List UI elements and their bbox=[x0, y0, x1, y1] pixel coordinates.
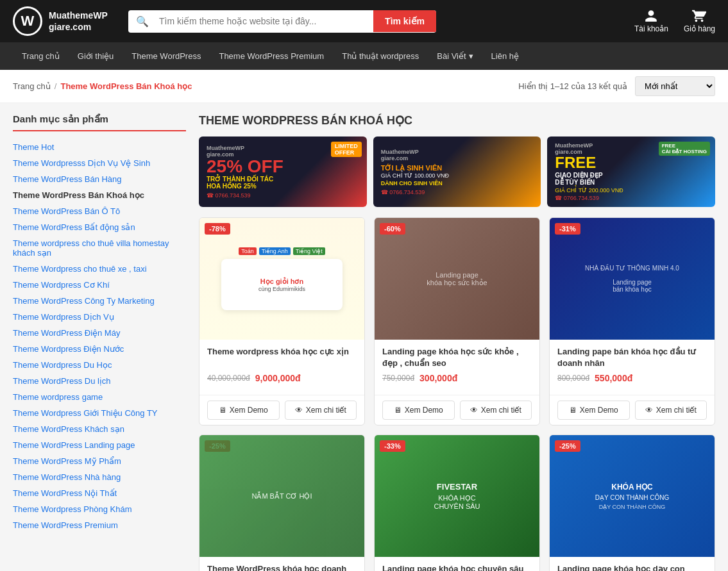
price-sale-2: 300,000đ bbox=[419, 373, 457, 383]
sidebar-item-co-khi[interactable]: Theme Wordpress Cơ Khí bbox=[13, 277, 186, 293]
breadcrumb: Trang chủ / Theme WordPress Bán Khoá học bbox=[13, 81, 192, 91]
price-original-1: 40,000,000đ bbox=[207, 374, 250, 383]
nav-item-theme-premium[interactable]: Theme WordPress Premium bbox=[210, 42, 333, 70]
sort-select[interactable]: Mới nhất Phổ biến nhất Giá tăng dần Giá … bbox=[635, 76, 715, 96]
search-input[interactable] bbox=[157, 11, 373, 31]
search-button[interactable]: Tìm kiếm bbox=[373, 10, 436, 32]
sidebar-item-ban-khoa-hoc[interactable]: Theme WordPress Bán Khoá học bbox=[13, 187, 186, 203]
sidebar-item-du-lich[interactable]: Theme WordPress Du lịch bbox=[13, 373, 186, 389]
product-title-3: Landing pape bán khóa học đầu tư doanh n… bbox=[557, 346, 707, 369]
sidebar-item-du-hoc[interactable]: Theme Wordpress Du Học bbox=[13, 357, 186, 373]
sidebar-item-cong-ty-marketing[interactable]: Theme WordPress Công Ty Marketing bbox=[13, 293, 186, 309]
cart-label: Giỏ hàng bbox=[684, 24, 715, 33]
products-area: THEME WORDPRESS BÁN KHOÁ HỌC LIMITEDOFFE… bbox=[199, 113, 715, 571]
product-info-1: Theme wordpress khóa học cực xịn 40,000,… bbox=[199, 340, 364, 395]
sidebar-item-theme-hot[interactable]: Theme Hot bbox=[13, 139, 186, 155]
sidebar-item-dien-nuoc[interactable]: Theme Wordpress Điện Nước bbox=[13, 341, 186, 357]
nav-item-theme-wp[interactable]: Theme WordPress bbox=[123, 42, 210, 70]
product-card-3: -31% NHÀ ĐẦU TƯ THÔNG MINH 4.0Landing pa… bbox=[549, 217, 715, 426]
header-actions: Tài khoản Giỏ hàng bbox=[634, 9, 715, 33]
main-content: Danh mục sản phẩm Theme Hot Theme Wordpr… bbox=[0, 103, 728, 571]
sidebar-item-game[interactable]: Theme wordpress game bbox=[13, 389, 186, 405]
product-card-6: -25% KHÓA HỌC DẠY CON THÀNH CÔNG DẠY CON… bbox=[549, 434, 715, 571]
products-grid: -78% Toán Tiếng Anh Tiếng Việt Học giỏi … bbox=[199, 217, 715, 571]
product-img-5: -33% FIVESTAR KHÓA HỌCCHUYÊN SÂU bbox=[375, 435, 539, 557]
product-actions-3: 🖥 Xem Demo 👁 Xem chi tiết bbox=[550, 395, 715, 425]
discount-badge-2: -60% bbox=[380, 223, 405, 235]
demo-btn-3[interactable]: 🖥 Xem Demo bbox=[557, 401, 630, 420]
detail-btn-1[interactable]: 👁 Xem chi tiết bbox=[285, 401, 357, 420]
sidebar-list: Theme Hot Theme Wordpresss Dịch Vụ Vệ Si… bbox=[13, 139, 186, 533]
banner-2-tag: TỚI LÀ SINH VIÊN bbox=[381, 164, 534, 172]
product-info-5: Landing page khóa học chuyên sâu chuẩn s… bbox=[375, 557, 539, 571]
product-card-1: -78% Toán Tiếng Anh Tiếng Việt Học giỏi … bbox=[199, 217, 365, 426]
category-title: THEME WORDPRESS BÁN KHOÁ HỌC bbox=[199, 113, 715, 128]
sidebar-item-cho-thue-xe[interactable]: Theme Wordpress cho thuê xe , taxi bbox=[13, 261, 186, 277]
detail-btn-3[interactable]: 👁 Xem chi tiết bbox=[635, 401, 707, 420]
breadcrumb-sep: / bbox=[55, 81, 57, 91]
discount-badge-5: -33% bbox=[380, 440, 405, 452]
sidebar: Danh mục sản phẩm Theme Hot Theme Wordpr… bbox=[13, 113, 186, 571]
banner-2-logo: MuathemeWPgiare.com bbox=[381, 149, 534, 161]
logo[interactable]: W MuathemeWPgiare.com bbox=[13, 6, 115, 36]
sidebar-item-gioi-thieu-cong-ty[interactable]: Theme Wordpress Giới Thiệu Công TY bbox=[13, 405, 186, 421]
product-img-2: -60% Landing pagekhóa học sức khỏe bbox=[375, 218, 539, 340]
demo-btn-2[interactable]: 🖥 Xem Demo bbox=[382, 401, 455, 420]
banners-row: LIMITEDOFFER MuathemeWPgiare.com 25% OFF… bbox=[199, 137, 715, 207]
sidebar-item-landing-page[interactable]: Theme WordPress Landing page bbox=[13, 437, 186, 453]
price-original-2: 750,000đ bbox=[382, 374, 414, 383]
banner-2-price: GIÁ CHỈ TỪ 100.000 VNĐ bbox=[381, 172, 534, 179]
product-card-2: -60% Landing pagekhóa học sức khỏe Landi… bbox=[374, 217, 540, 426]
product-card-4: -25% NẮM BẮT CƠ HỘI Theme WordPress khóa… bbox=[199, 434, 365, 571]
logo-text: MuathemeWPgiare.com bbox=[49, 10, 108, 33]
sidebar-item-dich-vu[interactable]: Theme Wordpress Dịch Vụ bbox=[13, 309, 186, 325]
sidebar-item-dien-may[interactable]: Theme WordPress Điện Máy bbox=[13, 325, 186, 341]
nav-item-baiviet[interactable]: Bài Viết ▾ bbox=[428, 42, 482, 70]
product-info-6: Landing page khóa học dạy con thành công… bbox=[550, 557, 715, 571]
nav-item-trangchu[interactable]: Trang chủ bbox=[13, 42, 69, 70]
nav-item-gioithieu[interactable]: Giới thiệu bbox=[69, 42, 123, 70]
nav-item-lienhe[interactable]: Liên hệ bbox=[482, 42, 528, 70]
sidebar-item-nha-hang[interactable]: Theme WordPress Nhà hàng bbox=[13, 469, 186, 485]
main-nav: Trang chủ Giới thiệu Theme WordPress The… bbox=[0, 42, 728, 70]
eye-icon: 👁 bbox=[295, 406, 303, 415]
banner-1-phone: ☎ 0766.734.539 bbox=[207, 192, 359, 199]
demo-btn-1[interactable]: 🖥 Xem Demo bbox=[207, 401, 280, 420]
nav-item-thuthuat[interactable]: Thủ thuật wordpress bbox=[333, 42, 428, 70]
sidebar-item-ban-hang[interactable]: Theme WordPress Bán Hàng bbox=[13, 171, 186, 187]
search-form: 🔍 Tìm kiếm bbox=[128, 10, 436, 33]
breadcrumb-current: Theme WordPress Bán Khoá học bbox=[60, 81, 192, 91]
sidebar-item-villa-homestay[interactable]: Theme wordpress cho thuê villa homestay … bbox=[13, 235, 186, 261]
banner-1-badge: LIMITEDOFFER bbox=[331, 142, 362, 157]
sidebar-item-bat-dong-san[interactable]: Theme WordPress Bất động sản bbox=[13, 219, 186, 235]
result-count: Hiển thị 1–12 của 13 kết quả bbox=[518, 81, 627, 91]
monitor-icon: 🖥 bbox=[219, 406, 226, 415]
cart-button[interactable]: Giỏ hàng bbox=[684, 9, 715, 33]
breadcrumb-home[interactable]: Trang chủ bbox=[13, 81, 51, 91]
product-prices-2: 750,000đ 300,000đ bbox=[382, 373, 532, 383]
account-button[interactable]: Tài khoản bbox=[634, 9, 668, 33]
discount-badge-3: -31% bbox=[555, 223, 580, 235]
sidebar-item-phong-kham[interactable]: Theme Wordpress Phòng Khám bbox=[13, 501, 186, 517]
sidebar-item-noi-that[interactable]: Theme WordPress Nội Thất bbox=[13, 485, 186, 501]
product-prices-3: 800,000đ 550,000đ bbox=[557, 373, 707, 383]
eye-icon-3: 👁 bbox=[645, 406, 653, 415]
monitor-icon-2: 🖥 bbox=[394, 406, 402, 415]
breadcrumb-bar: Trang chủ / Theme WordPress Bán Khoá học… bbox=[0, 70, 728, 103]
chevron-down-icon: ▾ bbox=[469, 51, 473, 61]
banner-3: MuathemeWPgiare.com FREE FREECÀI ĐẶT HOS… bbox=[547, 137, 715, 207]
header: W MuathemeWPgiare.com 🔍 Tìm kiếm Tài kho… bbox=[0, 0, 728, 42]
detail-btn-2[interactable]: 👁 Xem chi tiết bbox=[460, 401, 532, 420]
price-sale-3: 550,000đ bbox=[595, 373, 632, 383]
sidebar-item-my-pham[interactable]: Theme WordPress Mỹ Phẩm bbox=[13, 453, 186, 469]
banner-3-desc: GIAO DIỆN ĐẸPDỄ TÙY BIẾN bbox=[555, 172, 707, 186]
product-img-1: -78% Toán Tiếng Anh Tiếng Việt Học giỏi … bbox=[199, 218, 364, 340]
sidebar-item-khach-san[interactable]: Theme WordPress Khách sạn bbox=[13, 421, 186, 437]
product-title-5: Landing page khóa học chuyên sâu chuẩn s… bbox=[382, 563, 532, 571]
banner-3-badge: FREECÀI ĐẶT HOSTING bbox=[659, 142, 710, 156]
sidebar-item-ban-o-to[interactable]: Theme WordPress Bán Ô Tô bbox=[13, 203, 186, 219]
banner-1: LIMITEDOFFER MuathemeWPgiare.com 25% OFF… bbox=[199, 137, 367, 207]
sidebar-item-dich-vu-ve-sinh[interactable]: Theme Wordpresss Dịch Vụ Vệ Sinh bbox=[13, 155, 186, 171]
search-icon: 🔍 bbox=[128, 10, 157, 33]
sidebar-item-premium[interactable]: Theme WordPress Premium bbox=[13, 517, 186, 533]
